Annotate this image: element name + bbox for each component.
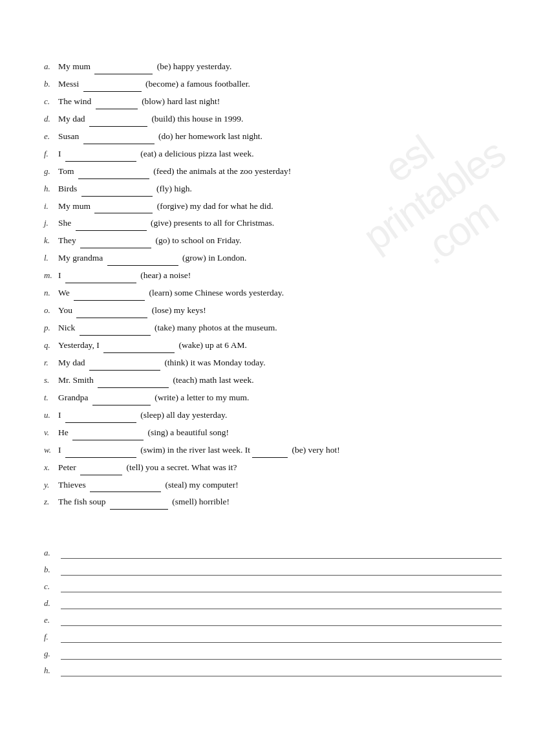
sentence-item: t.Grandpa (write) a letter to my mum. — [44, 391, 502, 405]
sentence-letter: k. — [44, 233, 58, 248]
answer-blank[interactable] — [65, 153, 136, 162]
sentence-text: I (swim) in the river last week. It (be)… — [58, 443, 502, 458]
answer-blank[interactable] — [76, 222, 147, 231]
sentence-item: v.He (sing) a beautiful song! — [44, 426, 502, 440]
answer-write-line[interactable] — [61, 581, 502, 592]
answer-blank[interactable] — [83, 83, 142, 92]
sentence-text: The wind (blow) hard last night! — [58, 94, 502, 109]
answer-item: f. — [44, 631, 502, 643]
answer-write-line[interactable] — [61, 598, 502, 609]
sentence-letter: a. — [44, 59, 58, 74]
sentence-item: r.My dad (think) it was Monday today. — [44, 356, 502, 371]
sentence-letter: l. — [44, 251, 58, 265]
sentence-letter: q. — [44, 338, 58, 352]
sentence-text: Messi (become) a famous footballer. — [58, 77, 502, 92]
answer-blank[interactable] — [107, 257, 178, 266]
sentence-item: s.Mr. Smith (teach) math last week. — [44, 373, 502, 388]
answer-blank[interactable] — [74, 292, 145, 301]
sentence-item: g.Tom (feed) the animals at the zoo yest… — [44, 164, 502, 179]
sentence-item: y.Thieves (steal) my computer! — [44, 478, 502, 493]
answer-item: e. — [44, 614, 502, 626]
answer-item: b. — [44, 564, 502, 576]
answer-blank[interactable] — [94, 204, 153, 213]
sentence-text: Nick (take) many photos at the museum. — [58, 321, 502, 336]
answer-blank[interactable] — [65, 414, 136, 423]
sentence-item: k.They (go) to school on Friday. — [44, 233, 502, 248]
answer-write-line[interactable] — [61, 614, 502, 626]
sentence-item: f.I (eat) a delicious pizza last week. — [44, 147, 502, 162]
answer-item: c. — [44, 581, 502, 592]
sentence-item: n.We (learn) some Chinese words yesterda… — [44, 286, 502, 301]
answer-blank[interactable] — [80, 466, 122, 475]
sentence-text: My mum (forgive) my dad for what he did. — [58, 199, 502, 214]
sentence-item: h.Birds (fly) high. — [44, 182, 502, 197]
sentence-text: The fish soup (smell) horrible! — [58, 495, 502, 510]
sentence-letter: g. — [44, 164, 58, 178]
answer-write-line[interactable] — [61, 648, 502, 660]
answer-item: d. — [44, 598, 502, 609]
answer-letter: c. — [44, 581, 58, 592]
answer-blank[interactable] — [94, 65, 153, 74]
exercise2-title — [32, 528, 502, 538]
sentence-text: Yesterday, I (wake) up at 6 AM. — [58, 338, 502, 353]
answer-write-line[interactable] — [61, 547, 502, 559]
answer-blank[interactable] — [80, 239, 151, 248]
sentence-text: Peter (tell) you a secret. What was it? — [58, 460, 502, 475]
sentence-text: Mr. Smith (teach) math last week. — [58, 373, 502, 388]
answer-blank[interactable] — [81, 188, 153, 197]
answer-letter: e. — [44, 615, 58, 625]
sentence-letter: r. — [44, 356, 58, 370]
answer-write-line[interactable] — [61, 665, 502, 676]
answer-blank[interactable] — [89, 118, 147, 127]
sentence-letter: o. — [44, 303, 58, 318]
sentence-item: l.My grandma (grow) in London. — [44, 251, 502, 266]
answer-blank[interactable] — [103, 344, 175, 353]
answer-write-line[interactable] — [61, 631, 502, 643]
sentence-letter: e. — [44, 129, 58, 144]
answer-blank[interactable] — [90, 483, 161, 492]
sentence-letter: j. — [44, 216, 58, 230]
answer-blank[interactable] — [83, 135, 155, 144]
answer-letter: g. — [44, 649, 58, 659]
answer-blank[interactable] — [72, 431, 144, 440]
sentence-text: Susan (do) her homework last night. — [58, 129, 502, 144]
exercise1-title — [32, 40, 502, 50]
sentence-item: e.Susan (do) her homework last night. — [44, 129, 502, 144]
answer-letter: f. — [44, 632, 58, 642]
answer-blank[interactable] — [96, 100, 138, 109]
sentence-item: i.My mum (forgive) my dad for what he di… — [44, 199, 502, 214]
sentence-text: They (go) to school on Friday. — [58, 233, 502, 248]
sentence-text: Birds (fly) high. — [58, 182, 502, 197]
sentence-list: a.My mum (be) happy yesterday.b.Messi (b… — [44, 59, 502, 510]
answer-letter: a. — [44, 548, 58, 558]
sentence-text: My mum (be) happy yesterday. — [58, 59, 502, 74]
answer-letter: h. — [44, 665, 58, 676]
sentence-item: b.Messi (become) a famous footballer. — [44, 77, 502, 92]
sentence-letter: t. — [44, 391, 58, 405]
answer-blank[interactable] — [76, 309, 147, 318]
sentence-item: u.I (sleep) all day yesterday. — [44, 408, 502, 423]
sentence-letter: u. — [44, 408, 58, 422]
sentence-text: My dad (build) this house in 1999. — [58, 112, 502, 127]
sentence-letter: d. — [44, 112, 58, 126]
sentence-letter: f. — [44, 147, 58, 161]
answer-blank[interactable] — [92, 396, 151, 405]
sentence-letter: h. — [44, 182, 58, 196]
sentence-letter: p. — [44, 321, 58, 335]
sentence-text: My dad (think) it was Monday today. — [58, 356, 502, 371]
answer-blank[interactable] — [65, 449, 136, 458]
answer-letter: d. — [44, 598, 58, 609]
answer-blank-2[interactable] — [252, 449, 288, 458]
sentence-text: She (give) presents to all for Christmas… — [58, 216, 502, 231]
answer-blank[interactable] — [110, 501, 168, 510]
answer-letter: b. — [44, 565, 58, 575]
answer-write-line[interactable] — [61, 564, 502, 576]
answer-blank[interactable] — [80, 327, 151, 336]
answer-list: a.b.c.d.e.f.g.h. — [44, 547, 502, 676]
sentence-text: He (sing) a beautiful song! — [58, 426, 502, 440]
answer-blank[interactable] — [65, 274, 136, 283]
answer-blank[interactable] — [98, 379, 169, 388]
answer-blank[interactable] — [89, 362, 160, 371]
sentence-letter: z. — [44, 495, 58, 509]
answer-blank[interactable] — [78, 170, 149, 179]
